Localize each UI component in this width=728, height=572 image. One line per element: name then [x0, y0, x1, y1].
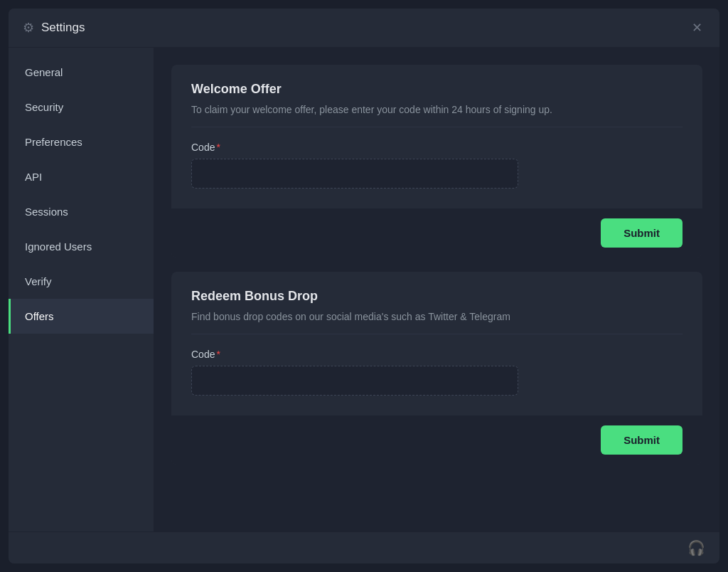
footer-bar: 🎧	[9, 531, 719, 563]
welcome-offer-description: To claim your welcome offer, please ente…	[191, 104, 682, 127]
welcome-offer-card: Welcome Offer To claim your welcome offe…	[171, 65, 702, 258]
bonus-drop-code-input[interactable]	[191, 366, 518, 396]
bonus-drop-submit-button[interactable]: Submit	[601, 425, 682, 455]
required-star: *	[216, 142, 220, 153]
sidebar-item-offers[interactable]: Offers	[9, 299, 154, 334]
sidebar-item-preferences[interactable]: Preferences	[9, 125, 154, 159]
main-content: Welcome Offer To claim your welcome offe…	[154, 48, 719, 531]
bonus-drop-card: Redeem Bonus Drop Find bonus drop codes …	[171, 272, 702, 465]
bonus-drop-description: Find bonus drop codes on our social medi…	[191, 311, 682, 334]
sidebar: General Security Preferences API Session…	[9, 48, 154, 531]
sidebar-item-api[interactable]: API	[9, 159, 154, 194]
sidebar-item-general[interactable]: General	[9, 55, 154, 90]
title-bar: ⚙ Settings ✕	[9, 9, 719, 48]
headset-icon: 🎧	[687, 539, 705, 556]
close-button[interactable]: ✕	[689, 18, 705, 37]
welcome-offer-code-label: Code*	[191, 142, 682, 153]
window-body: General Security Preferences API Session…	[9, 48, 719, 531]
sidebar-item-ignored-users[interactable]: Ignored Users	[9, 229, 154, 264]
welcome-offer-code-input[interactable]	[191, 159, 518, 189]
sidebar-item-verify[interactable]: Verify	[9, 264, 154, 299]
bonus-drop-card-footer: Submit	[171, 415, 702, 465]
welcome-offer-title: Welcome Offer	[191, 82, 682, 97]
gear-icon: ⚙	[23, 20, 34, 36]
bonus-drop-card-body: Redeem Bonus Drop Find bonus drop codes …	[171, 272, 702, 415]
title-bar-left: ⚙ Settings	[23, 20, 85, 36]
settings-window: ⚙ Settings ✕ General Security Preference…	[9, 9, 719, 563]
sidebar-item-sessions[interactable]: Sessions	[9, 194, 154, 229]
welcome-offer-card-body: Welcome Offer To claim your welcome offe…	[171, 65, 702, 208]
bonus-drop-title: Redeem Bonus Drop	[191, 289, 682, 304]
required-star-2: *	[216, 349, 220, 360]
welcome-offer-submit-button[interactable]: Submit	[601, 218, 682, 248]
sidebar-item-security[interactable]: Security	[9, 90, 154, 125]
welcome-offer-card-footer: Submit	[171, 208, 702, 258]
window-title: Settings	[41, 21, 85, 35]
bonus-drop-code-label: Code*	[191, 349, 682, 360]
